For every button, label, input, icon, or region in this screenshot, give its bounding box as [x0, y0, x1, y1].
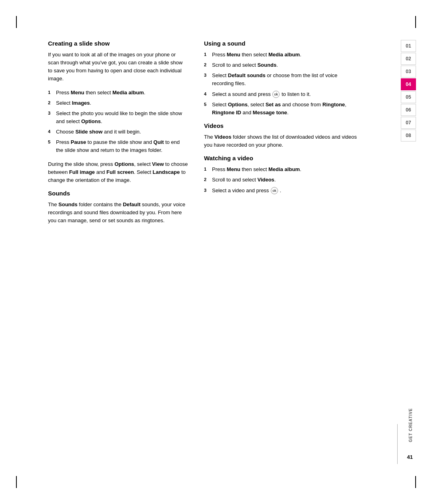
sounds-section: Sounds The Sounds folder contains the De…	[48, 190, 188, 225]
using-sound-steps: 1 Press Menu then select Media album. 2 …	[204, 51, 360, 117]
chapter-08: 08	[401, 129, 416, 141]
using-sound-section: Using a sound 1 Press Menu then select M…	[204, 40, 360, 117]
page: 01 02 03 04 05 06 07 08 GET CREATIVE 41 …	[0, 0, 432, 504]
chapter-06: 06	[401, 104, 416, 116]
page-number: 41	[407, 454, 413, 460]
sound-step-3: 3 Select Default sounds or choose from t…	[204, 72, 360, 88]
step-text: Press Menu then select Media album.	[56, 89, 188, 97]
step-num: 5	[48, 139, 54, 145]
step-num: 1	[204, 166, 210, 173]
videos-section: Videos The Videos folder shows the list …	[204, 122, 360, 149]
watching-steps: 1 Press Menu then select Media album. 2 …	[204, 165, 360, 194]
step-num: 2	[48, 100, 54, 106]
step-num: 2	[204, 62, 210, 68]
ok-button-icon-2: ok	[271, 187, 278, 194]
videos-body: The Videos folder shows the list of down…	[204, 133, 360, 149]
get-creative-label: GET CREATIVE	[408, 408, 413, 442]
videos-title: Videos	[204, 122, 360, 129]
chapter-03: 03	[401, 66, 416, 78]
slideshow-step-4: 4 Choose Slide show and it will begin.	[48, 128, 188, 136]
border-top-left	[16, 16, 17, 28]
chapter-07: 07	[401, 117, 416, 129]
step-num: 4	[48, 128, 54, 135]
step-text: Scroll to and select Sounds.	[212, 61, 360, 69]
chapter-05: 05	[401, 91, 416, 103]
step-num: 4	[204, 91, 210, 98]
slideshow-step-5: 5 Press Pause to pause the slide show an…	[48, 138, 188, 154]
border-top-right	[415, 16, 416, 28]
step-text: Select a video and press ok .	[212, 187, 360, 195]
step-text: Select a sound and press ok to listen to…	[212, 90, 360, 98]
step-text: Select Options, select Set as and choose…	[212, 101, 360, 117]
step-text: Choose Slide show and it will begin.	[56, 128, 188, 136]
watch-step-2: 2 Scroll to and select Videos.	[204, 176, 360, 184]
slideshow-step-1: 1 Press Menu then select Media album.	[48, 89, 188, 97]
step-num: 5	[204, 101, 210, 108]
step-num: 1	[204, 51, 210, 58]
border-bottom-left	[16, 476, 17, 488]
slideshow-section: Creating a slide show If you want to loo…	[48, 40, 188, 184]
vertical-divider	[397, 424, 398, 464]
watch-step-3: 3 Select a video and press ok .	[204, 187, 360, 195]
sound-step-4: 4 Select a sound and press ok to listen …	[204, 90, 360, 98]
chapter-02: 02	[401, 53, 416, 65]
step-num: 1	[48, 89, 54, 96]
right-column: Using a sound 1 Press Menu then select M…	[200, 40, 384, 464]
step-text: Scroll to and select Videos.	[212, 176, 360, 184]
slideshow-step-2: 2 Select Images.	[48, 99, 188, 107]
step-text: Select Default sounds or choose from the…	[212, 72, 360, 88]
ok-button-icon: ok	[272, 91, 280, 98]
sounds-body: The Sounds folder contains the Default s…	[48, 201, 188, 225]
sound-step-1: 1 Press Menu then select Media album.	[204, 51, 360, 59]
border-bottom-right	[415, 476, 416, 488]
slideshow-intro: If you want to look at all of the images…	[48, 51, 188, 83]
slideshow-title: Creating a slide show	[48, 40, 188, 47]
step-text: Select Images.	[56, 99, 188, 107]
slideshow-step-3: 3 Select the photo you would like to beg…	[48, 110, 188, 126]
content-area: Creating a slide show If you want to loo…	[48, 40, 384, 464]
step-text: Select the photo you would like to begin…	[56, 110, 188, 126]
chapter-04-active: 04	[401, 78, 416, 90]
sounds-title: Sounds	[48, 190, 188, 197]
sound-step-5: 5 Select Options, select Set as and choo…	[204, 101, 360, 117]
watching-section: Watching a video 1 Press Menu then selec…	[204, 155, 360, 194]
step-num: 2	[204, 176, 210, 183]
step-num: 3	[204, 72, 210, 79]
slideshow-steps: 1 Press Menu then select Media album. 2 …	[48, 89, 188, 155]
watch-step-1: 1 Press Menu then select Media album.	[204, 165, 360, 173]
step-num: 3	[48, 110, 54, 117]
left-column: Creating a slide show If you want to loo…	[48, 40, 200, 464]
chapter-01: 01	[401, 40, 416, 52]
watching-title: Watching a video	[204, 155, 360, 161]
using-sound-title: Using a sound	[204, 40, 360, 47]
sound-step-2: 2 Scroll to and select Sounds.	[204, 61, 360, 69]
slideshow-note: During the slide show, press Options, se…	[48, 160, 188, 184]
step-num: 3	[204, 187, 210, 194]
chapter-sidebar: 01 02 03 04 05 06 07 08	[401, 40, 416, 141]
step-text: Press Menu then select Media album.	[212, 51, 360, 59]
step-text: Press Menu then select Media album.	[212, 165, 360, 173]
step-text: Press Pause to pause the slide show and …	[56, 138, 188, 154]
